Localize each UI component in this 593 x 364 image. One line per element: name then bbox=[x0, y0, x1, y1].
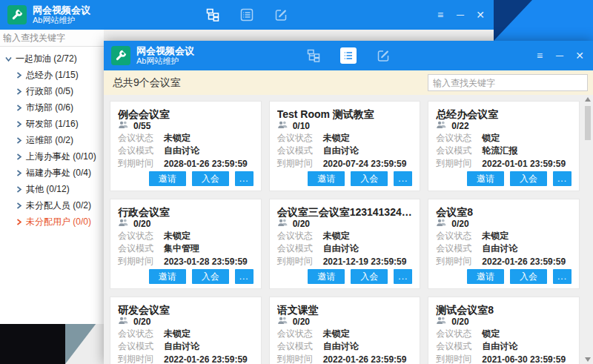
tree-chevron-icon bbox=[16, 88, 22, 95]
tree-item[interactable]: 其他 (0/12) bbox=[0, 181, 104, 197]
meeting-room-card: 会议室8 0/20 会议状态 未锁定 会议模式 自由讨论 到期时间 2022-0… bbox=[428, 199, 580, 289]
tree-item[interactable]: 一起加油 (2/72) bbox=[0, 50, 104, 67]
menu-button[interactable]: ≡ bbox=[434, 9, 446, 21]
status-value: 未锁定 bbox=[164, 132, 191, 145]
app-identity: 网会视频会议 Ab网站维护 bbox=[0, 4, 90, 25]
tree-item[interactable]: 运维部 (0/2) bbox=[0, 132, 104, 148]
people-group-icon bbox=[118, 120, 129, 131]
close-button[interactable]: ✕ bbox=[574, 50, 586, 62]
status-label: 会议状态 bbox=[436, 132, 474, 145]
people-group-icon bbox=[277, 120, 288, 131]
invite-button[interactable]: 邀请 bbox=[467, 269, 504, 284]
room-actions: 邀请 入会 ... bbox=[436, 170, 572, 186]
people-group-icon bbox=[436, 120, 447, 131]
scroll-down-arrow-icon[interactable] bbox=[585, 357, 591, 362]
tree-search-input[interactable] bbox=[0, 30, 104, 47]
tree-item[interactable]: 研发部 (1/16) bbox=[0, 116, 104, 132]
meeting-room-card: 语文课堂 0/20 会议状态 未锁定 会议模式 自由讨论 到期时间 2022-0… bbox=[269, 297, 421, 364]
mode-label: 会议模式 bbox=[118, 242, 156, 255]
tree-item[interactable]: 市场部 (0/6) bbox=[0, 99, 104, 116]
room-expire-row: 到期时间 2028-01-26 23:59:59 bbox=[118, 157, 254, 170]
expire-label: 到期时间 bbox=[118, 353, 156, 364]
expire-value: 2022-01-01 23:59:59 bbox=[482, 159, 566, 169]
tree-item[interactable]: 总经办 (1/15) bbox=[0, 67, 104, 83]
list-view-icon[interactable] bbox=[340, 47, 357, 64]
tree-item[interactable]: 福建办事处 (0/4) bbox=[0, 165, 104, 181]
tree-chevron-icon bbox=[16, 170, 22, 176]
more-options-button[interactable]: ... bbox=[394, 269, 412, 284]
tree-item[interactable]: 上海办事处 (0/10) bbox=[0, 148, 104, 165]
join-button[interactable]: 入会 bbox=[351, 171, 388, 186]
scrollbar-thumb[interactable] bbox=[585, 106, 591, 140]
close-button[interactable]: ✕ bbox=[474, 9, 486, 21]
org-tree: 一起加油 (2/72) 总经办 (1/15) 行政部 (0/5) 市场部 (0/… bbox=[0, 47, 104, 230]
titlebar-view-switcher bbox=[205, 0, 288, 30]
tree-item[interactable]: 行政部 (0/5) bbox=[0, 83, 104, 99]
room-status-row: 会议状态 未锁定 bbox=[277, 230, 413, 242]
join-button[interactable]: 入会 bbox=[351, 269, 388, 284]
room-capacity-value: 0/20 bbox=[293, 219, 310, 229]
room-search-input[interactable] bbox=[428, 74, 588, 91]
scrollbar[interactable] bbox=[583, 97, 592, 362]
org-tree-icon[interactable] bbox=[306, 48, 321, 63]
window-controls: ≡ ─ ✕ bbox=[534, 41, 586, 70]
room-capacity-row: 0/20 bbox=[436, 316, 572, 328]
status-value: 未锁定 bbox=[164, 230, 191, 242]
tree-item[interactable]: 未分配用户 (0/0) bbox=[0, 214, 104, 230]
room-expire-row: 到期时间 2023-01-28 23:59:59 bbox=[118, 255, 254, 268]
join-button[interactable]: 入会 bbox=[192, 171, 229, 186]
tree-item-label: 一起加油 (2/72) bbox=[16, 53, 77, 65]
invite-button[interactable]: 邀请 bbox=[149, 171, 186, 186]
minimize-button[interactable]: ─ bbox=[454, 9, 466, 21]
join-button[interactable]: 入会 bbox=[510, 269, 547, 284]
tree-item-label: 未分配用户 (0/0) bbox=[26, 216, 91, 228]
more-options-button[interactable]: ... bbox=[235, 269, 254, 284]
status-label: 会议状态 bbox=[118, 230, 156, 242]
expire-label: 到期时间 bbox=[436, 157, 474, 170]
room-capacity-value: 0/22 bbox=[451, 121, 468, 131]
room-capacity-value: 0/10 bbox=[293, 121, 310, 131]
room-name: 总经办会议室 bbox=[436, 107, 572, 120]
room-name: 行政会议室 bbox=[118, 205, 254, 218]
join-button[interactable]: 入会 bbox=[192, 269, 229, 284]
edit-icon[interactable] bbox=[376, 48, 391, 63]
room-actions: 邀请 入会 ... bbox=[118, 170, 254, 186]
mode-label: 会议模式 bbox=[277, 242, 316, 255]
mode-label: 会议模式 bbox=[277, 145, 316, 157]
more-options-button[interactable]: ... bbox=[235, 171, 254, 186]
room-capacity-value: 0/20 bbox=[451, 317, 468, 327]
invite-button[interactable]: 邀请 bbox=[149, 269, 186, 284]
room-mode-row: 会议模式 自由讨论 bbox=[277, 340, 413, 353]
more-options-button[interactable]: ... bbox=[553, 171, 572, 186]
menu-button[interactable]: ≡ bbox=[534, 50, 546, 62]
org-tree-icon[interactable] bbox=[205, 7, 220, 22]
people-group-icon bbox=[118, 316, 129, 327]
list-view-icon[interactable] bbox=[239, 7, 254, 22]
expire-value: 2022-01-26 23:59:59 bbox=[482, 257, 566, 267]
tree-chevron-icon bbox=[16, 137, 22, 144]
status-value: 未锁定 bbox=[164, 328, 191, 340]
front-window: 网会视频会议 Ab网站维护 bbox=[104, 41, 593, 364]
invite-button[interactable]: 邀请 bbox=[308, 269, 345, 284]
more-options-button[interactable]: ... bbox=[394, 171, 412, 186]
invite-button[interactable]: 邀请 bbox=[308, 171, 345, 186]
room-status-row: 会议状态 未锁定 bbox=[118, 328, 254, 340]
tree-chevron-icon bbox=[16, 186, 22, 193]
invite-button[interactable]: 邀请 bbox=[467, 171, 504, 186]
scroll-up-arrow-icon[interactable] bbox=[585, 97, 591, 102]
meeting-room-card: Test Room 测试教室 0/10 会议状态 未锁定 会议模式 自由讨论 到… bbox=[269, 101, 421, 191]
people-group-icon bbox=[436, 218, 447, 229]
wrench-icon bbox=[7, 5, 27, 24]
tree-item[interactable]: 未分配人员 (0/2) bbox=[0, 197, 104, 214]
org-tree-sidebar: 一起加油 (2/72) 总经办 (1/15) 行政部 (0/5) 市场部 (0/… bbox=[0, 30, 104, 324]
minimize-button[interactable]: ─ bbox=[554, 50, 566, 62]
room-capacity-row: 0/55 bbox=[118, 120, 254, 132]
join-button[interactable]: 入会 bbox=[510, 171, 547, 186]
room-name: Test Room 测试教室 bbox=[277, 107, 413, 120]
expire-label: 到期时间 bbox=[436, 255, 474, 268]
room-count-summary: 总共9个会议室 bbox=[113, 76, 181, 90]
edit-icon[interactable] bbox=[274, 7, 288, 22]
expire-value: 2023-01-28 23:59:59 bbox=[164, 257, 248, 267]
app-titles: 网会视频会议 Ab网站维护 bbox=[136, 45, 194, 66]
more-options-button[interactable]: ... bbox=[553, 269, 572, 284]
